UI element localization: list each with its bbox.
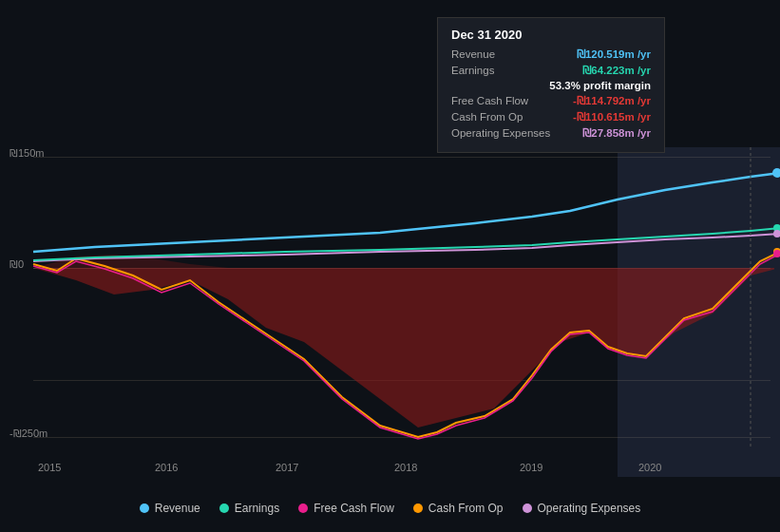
legend-cashfromop: Cash From Op <box>413 502 504 515</box>
tooltip-opex-row: Operating Expenses ₪27.858m /yr <box>451 126 651 140</box>
tooltip-fcf-value: -₪114.792m /yr <box>573 94 651 107</box>
chart-container: Dec 31 2020 Revenue ₪120.519m /yr Earnin… <box>0 0 780 532</box>
legend-revenue-label: Revenue <box>155 502 200 515</box>
negative-fill-area <box>33 268 780 428</box>
tooltip-earnings-label: Earnings <box>451 65 494 76</box>
tooltip-cashfromop-label: Cash From Op <box>451 111 523 123</box>
tooltip-box: Dec 31 2020 Revenue ₪120.519m /yr Earnin… <box>437 17 665 153</box>
opex-line <box>33 234 780 261</box>
tooltip-earnings-value: ₪64.223m /yr <box>582 64 651 77</box>
tooltip-opex-value: ₪27.858m /yr <box>582 126 651 140</box>
legend-fcf: Free Cash Flow <box>298 502 394 515</box>
tooltip-margin-row: 53.3% profit margin <box>451 80 651 91</box>
tooltip-fcf-label: Free Cash Flow <box>451 95 528 106</box>
legend-opex-dot <box>523 504 532 513</box>
tooltip-revenue-value: ₪120.519m /yr <box>577 48 651 61</box>
legend-cashfromop-label: Cash From Op <box>428 502 504 515</box>
tooltip-revenue-label: Revenue <box>451 48 495 60</box>
legend-cashfromop-dot <box>413 504 423 513</box>
legend-revenue-dot <box>140 504 149 513</box>
tooltip-cashfromop-value: -₪110.615m /yr <box>573 110 651 124</box>
x-label-2016: 2016 <box>155 462 178 473</box>
chart-legend: Revenue Earnings Free Cash Flow Cash Fro… <box>0 502 780 515</box>
tooltip-revenue-row: Revenue ₪120.519m /yr <box>451 48 651 61</box>
x-label-2015: 2015 <box>38 462 61 473</box>
tooltip-fcf-row: Free Cash Flow -₪114.792m /yr <box>451 94 651 107</box>
tooltip-date: Dec 31 2020 <box>451 28 651 42</box>
legend-fcf-label: Free Cash Flow <box>314 502 394 515</box>
legend-earnings-dot <box>219 504 229 513</box>
legend-fcf-dot <box>298 504 308 513</box>
tooltip-earnings-row: Earnings ₪64.223m /yr <box>451 64 651 77</box>
revenue-dot <box>772 168 780 178</box>
tooltip-cashfromop-row: Cash From Op -₪110.615m /yr <box>451 110 651 124</box>
x-label-2017: 2017 <box>276 462 298 473</box>
legend-earnings-label: Earnings <box>235 502 279 515</box>
tooltip-opex-label: Operating Expenses <box>451 127 550 139</box>
legend-earnings: Earnings <box>219 502 279 515</box>
legend-revenue: Revenue <box>140 502 200 515</box>
x-label-2019: 2019 <box>520 462 542 473</box>
legend-opex: Operating Expenses <box>523 502 641 515</box>
x-label-2018: 2018 <box>394 462 417 473</box>
x-label-2020: 2020 <box>638 462 661 473</box>
legend-opex-label: Operating Expenses <box>538 502 641 515</box>
tooltip-margin-value: 53.3% profit margin <box>549 80 651 91</box>
opex-dot <box>773 230 780 238</box>
